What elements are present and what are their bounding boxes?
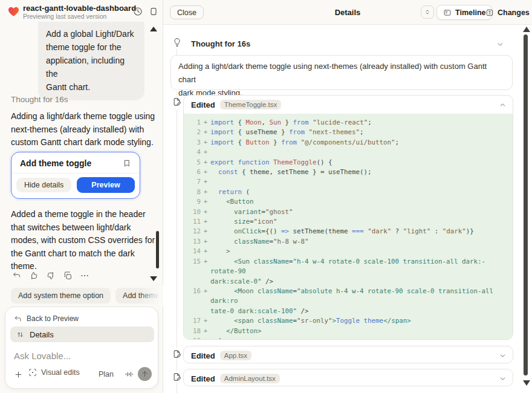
thumbs-up-icon <box>29 271 39 281</box>
card-title: Add theme toggle <box>20 158 91 168</box>
voice-input-icon[interactable] <box>124 369 134 379</box>
composer-details-label: Details <box>30 330 54 339</box>
code-line: 16+ <Moon className="absolute h-4 w-4 ro… <box>189 287 507 316</box>
assistant-message-1: Adding a light/dark theme toggle using n… <box>11 110 156 149</box>
thumbs-up-button[interactable] <box>29 271 39 281</box>
thought-chevron-down-icon[interactable] <box>496 41 504 48</box>
code-line: 11+ size="icon" <box>189 217 507 227</box>
copy-icon <box>63 271 73 281</box>
assistant-message-2: Added a theme toggle in the header that … <box>11 208 156 273</box>
plan-button[interactable]: Plan <box>99 370 114 378</box>
code-line: 6+ const { theme, setTheme } = useTheme(… <box>189 167 507 177</box>
expand-chevron-down-icon[interactable] <box>499 352 507 360</box>
back-to-preview-button[interactable]: Back to Preview <box>14 314 79 323</box>
edited-section-header[interactable]: Edited ThemeToggle.tsx <box>184 96 513 114</box>
code-line: 5+export function ThemeToggle() { <box>189 158 507 167</box>
visual-edits-label: Visual edits <box>41 368 80 377</box>
code-line: 10+ variant="ghost" <box>189 207 507 217</box>
copy-button[interactable] <box>63 271 73 281</box>
changes-diff-icon <box>485 8 494 17</box>
edited-section-app: Edited App.tsx <box>183 346 513 363</box>
file-badge: App.tsx <box>220 351 251 360</box>
lovable-app-window: react-gantt-lovable-dashboard Previewing… <box>0 0 532 393</box>
file-badge: ThemeToggle.tsx <box>220 100 282 109</box>
collapse-expand-stepper-button[interactable] <box>421 5 434 19</box>
back-to-preview-label: Back to Preview <box>27 314 79 323</box>
send-button[interactable] <box>138 367 152 381</box>
attach-plus-icon[interactable] <box>14 370 23 379</box>
visual-edits-scan-icon <box>28 368 37 377</box>
expand-chevron-down-icon[interactable] <box>499 375 507 383</box>
arrow-up-icon <box>141 370 149 378</box>
bookmark-icon[interactable] <box>123 159 131 167</box>
file-edit-icon <box>172 97 181 106</box>
scroll-up-arrow[interactable] <box>150 27 157 31</box>
code-line: 8+ return ( <box>189 187 507 197</box>
edited-section-header[interactable]: Edited App.tsx <box>184 346 513 365</box>
close-button[interactable]: Close <box>170 5 204 19</box>
more-options-button[interactable] <box>80 271 89 281</box>
scroll-down-arrow[interactable] <box>150 276 157 281</box>
composer-panel: Back to Preview Details Ask Lovable... V… <box>5 307 158 389</box>
code-line: 18+ </Button> <box>189 326 507 336</box>
up-down-arrows-icon <box>16 331 24 339</box>
edited-label: Edited <box>191 374 215 383</box>
chat-sidebar: Add a global Light/Dark theme toggle for… <box>0 0 163 393</box>
preview-button[interactable]: Preview <box>77 177 135 193</box>
timeline-connector <box>177 109 177 348</box>
code-line: 15+ <Sun className="h-4 w-4 rotate-0 sca… <box>189 257 507 287</box>
undo-button[interactable] <box>12 271 22 281</box>
chevrons-up-down-icon <box>424 8 431 16</box>
tab-changes[interactable]: Changes <box>479 5 532 20</box>
suggestion-chip[interactable]: Add system theme option <box>11 288 111 304</box>
ask-lovable-input[interactable]: Ask Lovable... <box>14 351 71 361</box>
file-edit-icon <box>172 349 181 359</box>
code-diff-block: 1+import { Moon, Sun } from "lucide-reac… <box>184 114 513 339</box>
scrollbar-down-arrow[interactable] <box>523 380 530 386</box>
suggestion-chip[interactable]: Add theme trans <box>115 288 163 304</box>
thumbs-down-icon <box>46 271 56 281</box>
thought-section-title[interactable]: Thought for 16s <box>191 39 250 48</box>
code-line: 4+ <box>189 148 507 157</box>
lightbulb-icon <box>173 37 181 47</box>
code-line: 3+import { Button } from "@/components/u… <box>189 138 507 148</box>
timeline-panel-icon <box>443 8 452 17</box>
edited-section-adminlayout: Edited AdminLayout.tsx <box>183 369 513 386</box>
main-scrollbar-thumb[interactable] <box>524 34 528 375</box>
collapse-chevron-up-icon[interactable] <box>499 101 507 109</box>
code-line: 7+ <box>189 177 507 187</box>
visual-edits-button[interactable]: Visual edits <box>28 368 80 377</box>
timeline-connector <box>177 359 177 371</box>
edited-section-header[interactable]: Edited AdminLayout.tsx <box>184 369 513 388</box>
timeline-connector <box>177 382 177 393</box>
code-line: 19+ ); <box>189 336 507 339</box>
hide-details-button[interactable]: Hide details <box>16 178 71 192</box>
file-edit-icon <box>172 372 181 382</box>
details-panel: Thought for 16s Adding a light/dark them… <box>163 24 532 393</box>
code-line: 1+import { Moon, Sun } from "lucide-reac… <box>189 118 507 128</box>
code-line: 2+import { useTheme } from "next-themes"… <box>189 128 507 137</box>
code-line: 17+ <span className="sr-only">Toggle the… <box>189 316 507 326</box>
timeline-connector <box>177 49 177 55</box>
corner-up-left-icon <box>14 315 22 323</box>
undo-icon <box>12 271 22 281</box>
tab-changes-label: Changes <box>498 8 530 17</box>
code-line: 12+ onClick={() => setTheme(theme === "d… <box>189 227 507 236</box>
message-actions-row <box>12 271 89 281</box>
sidebar-thought-label[interactable]: Thought for 16s <box>11 95 68 104</box>
ellipsis-icon <box>80 271 89 281</box>
thought-body-box: Adding a light/dark theme toggle using n… <box>170 55 513 90</box>
user-message-bubble: Add a global Light/Dark theme toggle for… <box>38 22 144 100</box>
composer-details-item[interactable]: Details <box>10 326 154 342</box>
theme-toggle-card: Add theme toggle Hide details Preview <box>11 152 140 199</box>
timeline-connector <box>177 91 177 97</box>
scrollbar-up-arrow[interactable] <box>523 27 530 32</box>
edited-label: Edited <box>191 351 215 360</box>
sidebar-scrollbar-thumb[interactable] <box>156 231 159 268</box>
code-line: 13+ className="h-8 w-8" <box>189 237 507 247</box>
edited-section-themetoggle: Edited ThemeToggle.tsx 1+import { Moon, … <box>183 95 513 340</box>
thumbs-down-button[interactable] <box>46 271 56 281</box>
suggestion-chips-row: Add system theme optionAdd theme trans <box>11 288 163 304</box>
file-badge: AdminLayout.tsx <box>220 374 280 383</box>
code-line: 9+ <Button <box>189 197 507 207</box>
